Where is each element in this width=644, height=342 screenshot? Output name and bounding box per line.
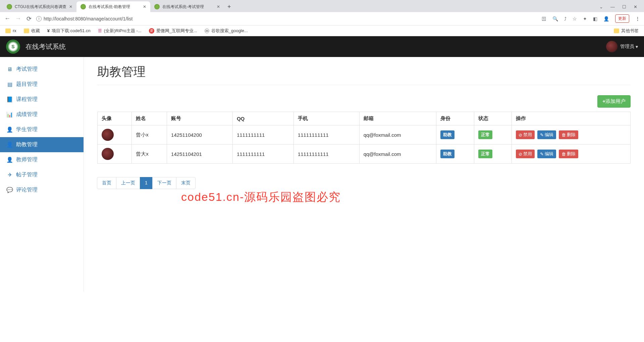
- col-account: 账号: [167, 112, 233, 125]
- cell-qq: 1111111111: [232, 125, 293, 145]
- table-row: 曾大x14251104201111111111111111111111qq@fo…: [98, 145, 631, 164]
- forward-button[interactable]: →: [15, 15, 21, 22]
- browser-tab[interactable]: CTGU在线考试系统问卷调查 ✕: [3, 1, 76, 12]
- user-menu[interactable]: 管理员▾: [620, 44, 638, 50]
- app-logo[interactable]: S: [6, 40, 20, 54]
- send-icon: ✈: [7, 172, 13, 178]
- bookmark-item[interactable]: ¥项目下载:code51.cn: [47, 28, 91, 34]
- page-prev[interactable]: 上一页: [116, 177, 140, 189]
- chevron-down-icon[interactable]: ⌄: [599, 4, 603, 9]
- bookmark-item[interactable]: 36谷歌搜索_google...: [205, 28, 248, 34]
- close-icon[interactable]: ✕: [69, 4, 72, 9]
- avatar: [102, 129, 114, 141]
- user-icon: 👤: [7, 141, 13, 148]
- role-badge: 助教: [440, 130, 454, 139]
- page-first[interactable]: 首页: [97, 177, 116, 189]
- share-icon[interactable]: ⤴: [564, 16, 567, 21]
- star-icon[interactable]: ☆: [573, 16, 577, 21]
- favicon-icon: [154, 4, 160, 9]
- sidebar-item-student[interactable]: 👤学生管理: [0, 122, 84, 137]
- panel-icon[interactable]: ◧: [593, 16, 597, 21]
- page-current[interactable]: 1: [140, 177, 153, 189]
- close-icon[interactable]: ✕: [143, 4, 146, 9]
- sidebar-item-comment[interactable]: 💬评论管理: [0, 182, 84, 197]
- sidebar-item-exam[interactable]: 🖥考试管理: [0, 62, 84, 77]
- sidebar-item-score[interactable]: 📊成绩管理: [0, 107, 84, 122]
- cell-account: 14251104201: [167, 145, 233, 164]
- url-input[interactable]: i http://localhost:8080/manage/account/1…: [36, 16, 538, 21]
- disable-button[interactable]: ⊘禁用: [516, 130, 535, 139]
- minimize-icon[interactable]: —: [610, 4, 615, 9]
- sidebar-item-teacher[interactable]: 👤教师管理: [0, 152, 84, 167]
- col-name: 姓名: [132, 112, 167, 125]
- trash-icon: 🗑: [561, 152, 566, 157]
- browser-tabbar: CTGU在线考试系统问卷调查 ✕ 在线考试系统-助教管理 ✕ 在线考试系统-考试…: [0, 0, 644, 12]
- close-window-icon[interactable]: ✕: [634, 4, 637, 9]
- page-last[interactable]: 末页: [176, 177, 196, 189]
- table-row: 曾小x14251104200111111111111111111111qq@fo…: [98, 125, 631, 145]
- site-info-icon[interactable]: i: [36, 16, 42, 21]
- other-bookmarks[interactable]: 其他书签: [614, 28, 639, 34]
- caret-down-icon: ▾: [636, 44, 638, 49]
- page-title: 助教管理: [97, 64, 631, 85]
- folder-icon: [5, 28, 11, 33]
- tab-title: CTGU在线考试系统问卷调查: [15, 4, 66, 10]
- comment-icon: 💬: [7, 187, 13, 193]
- col-avatar: 头像: [98, 112, 132, 125]
- sidebar: 🖥考试管理 ▤题目管理 📘课程管理 📊成绩管理 👤学生管理 👤助教管理 👤教师管…: [0, 57, 84, 292]
- monitor-icon: 🖥: [7, 66, 13, 72]
- bookmark-item[interactable]: rx: [5, 28, 16, 33]
- sidebar-item-post[interactable]: ✈帖子管理: [0, 167, 84, 182]
- sidebar-item-ta[interactable]: 👤助教管理: [0, 137, 84, 152]
- update-button[interactable]: 更新: [615, 14, 629, 23]
- cell-phone: 11111111111: [293, 145, 359, 164]
- reload-button[interactable]: ⟳: [25, 15, 32, 22]
- user-icon: 👤: [7, 126, 13, 133]
- more-icon[interactable]: ⋮: [635, 16, 640, 21]
- col-email: 邮箱: [359, 112, 436, 125]
- sidebar-item-course[interactable]: 📘课程管理: [0, 92, 84, 107]
- key-icon[interactable]: ⚿: [542, 16, 546, 21]
- cell-phone: 11111111111: [293, 125, 359, 145]
- pagination: 首页 上一页 1 下一页 末页: [97, 177, 631, 189]
- col-ops: 操作: [512, 112, 631, 125]
- bookmark-item[interactable]: 收藏: [24, 28, 40, 34]
- sidebar-item-question[interactable]: ▤题目管理: [0, 77, 84, 92]
- new-tab-button[interactable]: +: [224, 3, 234, 10]
- profile-icon[interactable]: 👤: [603, 16, 609, 21]
- edit-button[interactable]: ✎编辑: [537, 130, 556, 139]
- list-icon: ▤: [7, 81, 13, 88]
- delete-button[interactable]: 🗑删除: [559, 130, 578, 139]
- delete-button[interactable]: 🗑删除: [559, 150, 578, 158]
- bookmark-item[interactable]: ☰(全新)RiPro主题 -...: [98, 28, 142, 34]
- tab-title: 在线考试系统-助教管理: [89, 4, 140, 10]
- cell-email: qq@foxmail.com: [359, 145, 436, 164]
- search-icon[interactable]: 🔍: [552, 16, 558, 21]
- folder-icon: [614, 28, 619, 33]
- col-qq: QQ: [232, 112, 293, 125]
- favicon-icon: [80, 4, 86, 9]
- cell-name: 曾大x: [132, 145, 167, 164]
- close-icon[interactable]: ✕: [217, 4, 220, 9]
- col-role: 身份: [436, 112, 474, 125]
- book-icon: 📘: [7, 96, 13, 103]
- ban-icon: ⊘: [519, 132, 522, 137]
- extensions-icon[interactable]: ✦: [583, 16, 587, 21]
- page-next[interactable]: 下一页: [152, 177, 176, 189]
- cell-qq: 1111111111: [232, 145, 293, 164]
- user-table: 头像 姓名 账号 QQ 手机 邮箱 身份 状态 操作 曾小x1425110420…: [97, 112, 631, 164]
- maximize-icon[interactable]: ☐: [622, 4, 626, 9]
- bookmark-item[interactable]: 爱爱微网_互联网专业...: [149, 28, 197, 34]
- app-brand: 在线考试系统: [25, 42, 66, 51]
- address-bar-row: ← → ⟳ i http://localhost:8080/manage/acc…: [0, 12, 644, 25]
- browser-tab-active[interactable]: 在线考试系统-助教管理 ✕: [76, 1, 150, 12]
- edit-button[interactable]: ✎编辑: [537, 150, 556, 158]
- disable-button[interactable]: ⊘禁用: [516, 150, 535, 158]
- url-text: http://localhost:8080/manage/account/1/l…: [44, 16, 132, 21]
- add-user-button[interactable]: +添加用户: [597, 95, 631, 108]
- tab-title: 在线考试系统-考试管理: [162, 4, 214, 10]
- user-avatar[interactable]: [606, 41, 618, 52]
- browser-tab[interactable]: 在线考试系统-考试管理 ✕: [150, 1, 224, 12]
- col-phone: 手机: [293, 112, 359, 125]
- back-button[interactable]: ←: [4, 15, 11, 22]
